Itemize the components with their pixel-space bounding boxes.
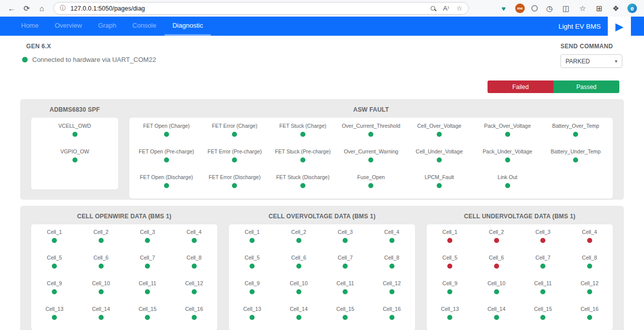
status-legend: Failed Passed bbox=[20, 80, 619, 93]
cell-label: Cell_13 bbox=[45, 306, 63, 312]
cell-label: Cell_16 bbox=[383, 306, 401, 312]
spf-card: VCELL_OWD VGPIO_OW bbox=[31, 118, 118, 190]
cell-status-dot bbox=[447, 264, 452, 269]
edge-profile-icon[interactable]: e bbox=[627, 4, 637, 13]
cell-label: Cell_14 bbox=[488, 306, 506, 312]
cell-status-dot bbox=[99, 289, 104, 294]
cell-status-dot bbox=[389, 238, 394, 243]
extension-icon[interactable] bbox=[531, 5, 538, 12]
home-icon[interactable]: ⌂ bbox=[35, 2, 48, 15]
cell-status-item: Cell_1 bbox=[229, 228, 276, 254]
favorite-star-icon[interactable]: ☆ bbox=[456, 5, 462, 12]
cell-label: Cell_7 bbox=[338, 255, 353, 261]
cell-status-item: Cell_11 bbox=[322, 279, 369, 305]
cell-status-item: Cell_12 bbox=[567, 279, 613, 305]
back-icon[interactable]: ← bbox=[5, 2, 18, 15]
zoom-icon[interactable] bbox=[431, 6, 435, 11]
cell-status-item: Cell_15 bbox=[322, 305, 369, 330]
command-dropdown[interactable]: PARKED ▾ bbox=[560, 54, 622, 68]
cell-label: Cell_5 bbox=[442, 255, 457, 261]
status-item: Link Out bbox=[473, 173, 542, 199]
cell-status-item: Cell_8 bbox=[171, 254, 218, 279]
cell-label: Cell_11 bbox=[534, 280, 552, 286]
cell-label: Cell_8 bbox=[384, 255, 399, 261]
cell-label: Cell_16 bbox=[185, 306, 203, 312]
status-label: VGPIO_OW bbox=[60, 148, 89, 154]
overvoltage-title: CELL OVERVOLTAGE DATA (BMS 1) bbox=[229, 213, 415, 220]
cell-label: Cell_12 bbox=[185, 280, 203, 286]
cell-status-dot bbox=[52, 238, 57, 243]
cell-status-dot bbox=[99, 315, 104, 320]
url-text[interactable]: 127.0.0.1:5050/pages/diag bbox=[70, 5, 426, 12]
cell-status-dot bbox=[296, 238, 301, 243]
cell-status-item: Cell_6 bbox=[78, 254, 125, 279]
status-item: Cell_Over_Voltage bbox=[405, 122, 473, 147]
status-label: FET Stuck (Pre-charge) bbox=[275, 148, 331, 154]
nav-tab[interactable]: Home bbox=[13, 17, 47, 36]
overvoltage-section: CELL OVERVOLTAGE DATA (BMS 1) Cell_1 Cel… bbox=[229, 213, 415, 327]
status-dot bbox=[437, 183, 442, 188]
cell-label: Cell_10 bbox=[92, 280, 110, 286]
status-item: Battery_Over_Temp bbox=[541, 122, 610, 147]
cell-status-dot bbox=[52, 264, 57, 269]
cell-status-item: Cell_5 bbox=[229, 254, 276, 279]
nav-tab[interactable]: Console bbox=[124, 17, 165, 36]
connection-status-dot bbox=[22, 57, 28, 62]
history-icon[interactable]: ◷ bbox=[544, 2, 554, 15]
nav-tab[interactable]: Diagnostic bbox=[165, 17, 211, 36]
split-screen-icon[interactable]: ◫ bbox=[561, 2, 571, 15]
site-info-icon[interactable]: ⓘ bbox=[60, 4, 66, 13]
status-label: FET Error (Pre-charge) bbox=[207, 148, 262, 154]
cell-label: Cell_15 bbox=[336, 306, 354, 312]
collections-icon[interactable]: ⊞ bbox=[594, 2, 604, 15]
cell-status-item: Cell_15 bbox=[520, 305, 567, 330]
cell-label: Cell_12 bbox=[383, 280, 401, 286]
cell-status-dot bbox=[99, 238, 104, 243]
refresh-icon[interactable]: ⟳ bbox=[20, 2, 33, 15]
nav-tab[interactable]: Graph bbox=[90, 17, 124, 36]
browser-essentials-icon[interactable]: ♥ bbox=[499, 2, 509, 15]
spf-title: ADBMS6830 SPF bbox=[31, 106, 118, 113]
status-label: FET Error (Charge) bbox=[212, 123, 257, 129]
status-item: FET Open (Pre-charge) bbox=[132, 147, 201, 173]
spf-section: ADBMS6830 SPF VCELL_OWD VGPIO_OW bbox=[31, 106, 118, 190]
nav-tab[interactable]: Overview bbox=[47, 17, 90, 36]
app-navbar: Home Overview Graph Console Diagnostic L… bbox=[0, 17, 644, 36]
cell-status-item: Cell_4 bbox=[369, 228, 416, 254]
hub-icon[interactable]: ❖ bbox=[611, 2, 621, 15]
asw-section: ASW FAULT FET Open (Charge) FET Error (C… bbox=[129, 106, 613, 190]
cell-status-dot bbox=[52, 315, 57, 320]
status-label: FET Open (Discharge) bbox=[140, 174, 193, 180]
favorites-bar-icon[interactable]: ☆ bbox=[578, 2, 588, 15]
status-item: Pack_Under_Voltage bbox=[473, 147, 542, 173]
status-item: Fuse_Open bbox=[337, 173, 406, 199]
status-dot bbox=[573, 157, 578, 162]
cell-label: Cell_2 bbox=[291, 229, 306, 235]
undervoltage-section: CELL UNDERVOLTAGE DATA (BMS 1) Cell_1 Ce… bbox=[427, 213, 613, 327]
fault-panel: ADBMS6830 SPF VCELL_OWD VGPIO_OW ASW FAU… bbox=[20, 99, 624, 200]
openwire-section: CELL OPENWIRE DATA (BMS 1) Cell_1 Cell_2… bbox=[31, 213, 217, 327]
cell-label: Cell_10 bbox=[290, 280, 308, 286]
cell-status-dot bbox=[145, 315, 150, 320]
status-item: Over_Current_Threshold bbox=[337, 122, 406, 147]
page-header: GEN 6.X Connected to hardware via UART_C… bbox=[20, 41, 624, 68]
cell-status-item: Cell_6 bbox=[276, 254, 323, 279]
app-logo[interactable]: ▶ bbox=[608, 17, 631, 36]
read-aloud-icon[interactable]: A⁾ bbox=[443, 5, 449, 12]
status-dot bbox=[573, 132, 578, 137]
cell-label: Cell_3 bbox=[535, 229, 550, 235]
cell-label: Cell_12 bbox=[581, 280, 599, 286]
cell-label: Cell_2 bbox=[94, 229, 109, 235]
cell-status-dot bbox=[250, 238, 255, 243]
status-dot bbox=[505, 157, 510, 162]
cell-status-dot bbox=[250, 315, 255, 320]
diagnostic-page: GEN 6.X Connected to hardware via UART_C… bbox=[0, 36, 644, 330]
profile-me-icon[interactable]: me bbox=[515, 4, 525, 13]
status-dot bbox=[164, 183, 169, 188]
address-bar[interactable]: ⓘ 127.0.0.1:5050/pages/diag A⁾ ☆ bbox=[53, 2, 469, 15]
legend-failed: Failed bbox=[488, 80, 553, 93]
status-dot bbox=[300, 132, 305, 137]
status-item: FET Stuck (Pre-charge) bbox=[269, 147, 337, 173]
status-label: FET Open (Charge) bbox=[143, 123, 190, 129]
cell-status-item: Cell_11 bbox=[124, 279, 171, 305]
